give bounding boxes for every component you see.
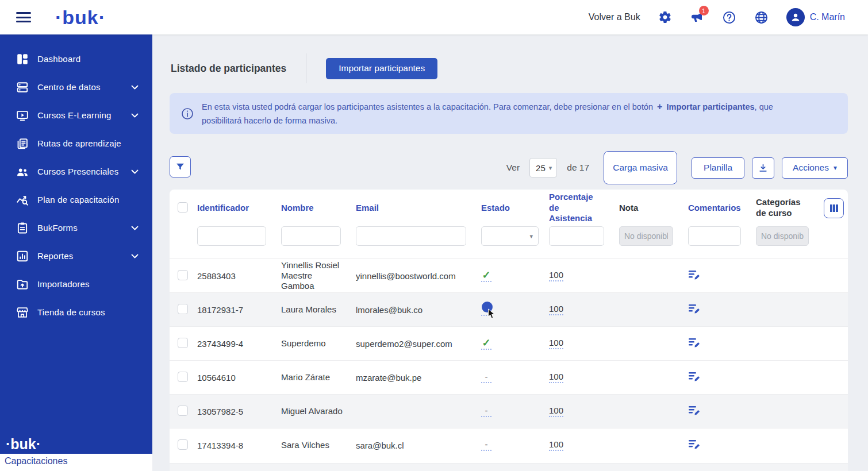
row-checkbox[interactable] [178, 338, 188, 348]
table-row[interactable]: 10564610 Mario Zárate mzarate@buk.pe - 1… [170, 360, 848, 394]
carga-masiva-button[interactable]: Carga masiva [604, 151, 677, 184]
table-row[interactable]: 23743499-4 Superdemo superdemo2@super.co… [170, 326, 848, 360]
elearning-icon [16, 109, 29, 122]
table-body: 25883403 Yinnellis Rosiel Maestre Gamboa… [170, 258, 848, 462]
table-row[interactable]: 25883403 Yinnellis Rosiel Maestre Gamboa… [170, 258, 848, 292]
download-button[interactable] [752, 157, 774, 179]
sidebar-item-importadores[interactable]: Importadores [0, 270, 152, 298]
top-header: ·buk· Volver a Buk 1 C. Marín [0, 0, 868, 34]
participants-table: Identificador Nombre Email Estado Porcen… [170, 190, 848, 471]
sidebar-item-tienda-de-cursos[interactable]: Tienda de cursos [0, 298, 152, 326]
estado-value[interactable]: - [481, 439, 491, 451]
data-center-icon [16, 81, 29, 94]
sidebar-item-reportes[interactable]: Reportes [0, 242, 152, 270]
page-size-select[interactable]: 25▾ [529, 158, 557, 177]
acciones-button[interactable]: Acciones▾ [782, 157, 848, 179]
sidebar-footer: Capacitaciones [0, 454, 152, 471]
table-row[interactable]: 18172931-7 Laura Morales lmorales@buk.co… [170, 292, 848, 326]
table-row[interactable]: 17413394-8 Sara Vilches sara@buk.cl - 10… [170, 428, 848, 462]
sidebar-item-rutas-de-aprendizaje[interactable]: Rutas de aprendizaje [0, 129, 152, 157]
comment-edit-icon[interactable] [688, 337, 700, 348]
volver-a-buk-link[interactable]: Volver a Buk [589, 12, 640, 22]
estado-value[interactable]: ✓ [481, 270, 491, 282]
estado-value[interactable]: ✓ [481, 338, 491, 350]
total-count-label: de 17 [567, 163, 589, 173]
sidebar: Dashboard Centro de datos Cursos E-Learn… [0, 34, 152, 454]
plus-icon: + [655, 102, 664, 111]
main-content: Listado de participantes Importar partic… [152, 34, 868, 471]
storefront-icon [16, 306, 29, 319]
chevron-down-icon [131, 113, 139, 118]
user-menu[interactable]: C. Marín [786, 8, 845, 26]
funnel-icon [175, 162, 185, 172]
announcements-icon[interactable]: 1 [690, 10, 705, 25]
notification-badge: 1 [699, 6, 709, 16]
filter-identificador-input[interactable] [197, 226, 266, 246]
row-checkbox[interactable] [178, 439, 188, 450]
col-header-comentarios[interactable]: Comentarios [688, 203, 756, 214]
col-header-nota: Nota [619, 203, 688, 214]
filter-comentarios-input[interactable] [688, 226, 741, 246]
col-header-porcentaje[interactable]: Porcentaje de Asistencia [549, 192, 609, 224]
globe-icon[interactable] [754, 10, 769, 25]
porcentaje-value[interactable]: 100 [549, 304, 563, 315]
sidebar-item-cursos-presenciales[interactable]: Cursos Presenciales [0, 157, 152, 186]
row-checkbox[interactable] [178, 304, 188, 314]
filter-email-input[interactable] [356, 226, 466, 246]
comment-edit-icon[interactable] [688, 439, 700, 450]
learning-path-icon [16, 137, 29, 150]
filter-nombre-input[interactable] [281, 226, 341, 246]
bar-chart-icon [16, 250, 29, 262]
table-row[interactable]: 13057982-5 Miguel Alvarado - 100 [170, 394, 848, 428]
filter-porcentaje-input[interactable] [549, 226, 604, 246]
filter-estado-select[interactable]: ▾ [481, 226, 539, 246]
info-banner: En esta vista usted podrá cargar los par… [170, 93, 848, 134]
porcentaje-value[interactable]: 100 [549, 372, 563, 383]
sidebar-item-bukforms[interactable]: BukForms [0, 214, 152, 242]
porcentaje-value[interactable]: 100 [549, 270, 563, 281]
chevron-down-icon [131, 226, 139, 230]
table-filter-row: ▾ [170, 226, 848, 258]
porcentaje-value[interactable]: 100 [549, 338, 563, 349]
mouse-cursor [487, 308, 496, 321]
gear-icon[interactable] [658, 10, 673, 25]
help-icon[interactable] [722, 10, 737, 25]
column-picker-button[interactable] [824, 198, 844, 218]
sidebar-item-plan-de-capacitacion[interactable]: Plan de capacitación [0, 186, 152, 214]
sidebar-item-centro-de-datos[interactable]: Centro de datos [0, 73, 152, 101]
col-header-email[interactable]: Email [356, 203, 481, 214]
estado-value[interactable]: - [481, 372, 491, 383]
check-icon: ✓ [482, 337, 490, 349]
col-header-identificador[interactable]: Identificador [197, 203, 281, 214]
col-header-nombre[interactable]: Nombre [281, 203, 356, 214]
filter-button[interactable] [170, 156, 191, 177]
filter-categorias-input [756, 226, 809, 246]
sidebar-item-dashboard[interactable]: Dashboard [0, 45, 152, 73]
hamburger-menu-icon[interactable] [16, 12, 31, 22]
sidebar-item-cursos-e-learning[interactable]: Cursos E-Learning [0, 101, 152, 129]
porcentaje-value[interactable]: 100 [549, 406, 563, 417]
comment-edit-icon[interactable] [688, 303, 700, 314]
row-checkbox[interactable] [178, 270, 188, 280]
estado-value[interactable]: - [481, 406, 491, 417]
filter-nota-input [619, 226, 673, 246]
porcentaje-value[interactable]: 100 [549, 439, 563, 451]
planilla-button[interactable]: Planilla [692, 157, 744, 179]
clipboard-icon [16, 222, 29, 234]
sidebar-nav: Dashboard Centro de datos Cursos E-Learn… [0, 34, 152, 326]
comment-edit-icon[interactable] [688, 269, 700, 280]
divider [306, 53, 306, 83]
row-checkbox[interactable] [178, 406, 188, 416]
partial-next-row [170, 463, 848, 471]
info-icon [181, 107, 194, 120]
check-icon: ✓ [482, 269, 490, 281]
capacitaciones-label: Capacitaciones [0, 454, 152, 466]
importar-participantes-button[interactable]: Importar participantes [326, 58, 437, 79]
folder-upload-icon [16, 278, 29, 291]
row-checkbox[interactable] [178, 372, 188, 382]
comment-edit-icon[interactable] [688, 405, 700, 416]
avatar [786, 8, 805, 26]
col-header-estado[interactable]: Estado [481, 203, 549, 214]
comment-edit-icon[interactable] [688, 371, 700, 382]
select-all-checkbox[interactable] [178, 202, 188, 213]
